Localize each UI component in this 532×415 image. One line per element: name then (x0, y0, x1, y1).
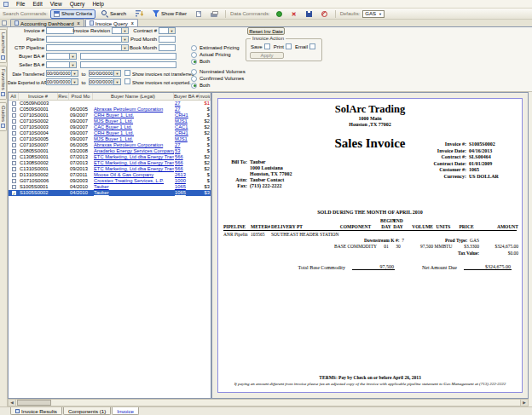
sort-button[interactable] (132, 9, 147, 19)
invoice-row[interactable]: G0710S0006 09/2003 Crosstex Treating Ser… (9, 178, 211, 184)
row-checkbox[interactable] (9, 119, 19, 124)
invoice-row[interactable]: C1310S0001 09/2013 ETC Marketing, Ltd db… (9, 166, 211, 172)
pricing-radio-option[interactable]: Both (191, 59, 240, 64)
invoice-row[interactable]: C0710S0007 06/2005 Abraxas Petroleum Cor… (9, 142, 211, 148)
invoice-row[interactable]: C0710S0001 09/2007 CRH Buyer 1, Ltd. CRH… (9, 112, 211, 118)
volumes-radio-option[interactable]: Confirmed Volumes (191, 76, 246, 81)
buyer-ba-link[interactable]: 566 (174, 154, 200, 160)
menu-item[interactable]: Query (70, 1, 85, 7)
action-checkbox-option[interactable]: Print (274, 43, 292, 49)
seller-ba-name-input[interactable] (80, 61, 176, 68)
buyer-name-link[interactable]: ETC Marketing, Ltd dba Energy Transfer (93, 160, 174, 166)
menu-item[interactable]: Help (92, 1, 103, 7)
buyer-ba-link[interactable]: 566 (174, 160, 200, 166)
app-tab[interactable]: Invoice Query x (85, 19, 138, 26)
invoice-row[interactable]: C0710S0003 09/2007 CAC Buyer 1 Ltd. CAC1… (9, 124, 211, 130)
menu-item[interactable]: Edit (32, 1, 42, 7)
row-checkbox[interactable] (9, 191, 19, 195)
buyer-ba-link[interactable]: 27 (174, 142, 200, 148)
apply-button[interactable]: Apply (250, 52, 284, 59)
row-checkbox[interactable] (9, 101, 19, 106)
invoice-row[interactable]: S1005S0002 04/2010 Tauber 1065 $3 (9, 190, 211, 196)
row-checkbox[interactable] (9, 167, 19, 171)
buyer-name-link[interactable]: Moose Oil & Gas Company (93, 172, 174, 178)
buyer-name-link[interactable]: Tauber (93, 190, 174, 196)
bottom-tab[interactable]: Invoice (112, 407, 139, 415)
bottom-tab[interactable]: Invoice Results (10, 407, 62, 415)
bottom-tab[interactable]: Components (1) (63, 407, 111, 415)
date-exported-from[interactable]: 00/00/0000▼ (46, 78, 78, 85)
export-button[interactable] (193, 9, 205, 19)
buyer-ba-link[interactable]: MJS1 (174, 136, 200, 142)
buyer-name-link[interactable]: Abraxas Petroleum Corporation (93, 142, 174, 148)
row-checkbox[interactable] (9, 107, 19, 112)
pricing-radio-option[interactable]: Actual Pricing (191, 52, 240, 57)
scroll-left-arrow[interactable]: ◀ (9, 400, 16, 406)
action-checkbox-option[interactable]: Email (295, 43, 315, 49)
row-checkbox[interactable] (9, 143, 19, 147)
header-amount[interactable]: Invoic (200, 93, 211, 100)
buyer-ba-link[interactable]: 53 (174, 148, 200, 154)
invoice-row[interactable]: C1308S0002 07/2013 ETC Marketing, Ltd db… (9, 160, 211, 166)
invoice-row[interactable]: C0710S0004 09/2007 CRH Buyer 1, Ltd. CRH… (9, 130, 211, 136)
contract-combo[interactable]: ▼ (159, 27, 176, 34)
invoice-row[interactable]: S1005S0001 04/2010 Tauber 1065 $3 (9, 184, 211, 190)
invoice-row[interactable]: D1310S0002 07/2011 Moose Oil & Gas Compa… (9, 172, 211, 178)
invoice-row[interactable]: C0509N0003 27 $1 (9, 101, 211, 107)
menu-item[interactable]: View (50, 1, 62, 7)
buyer-ba-link[interactable]: 2613 (174, 172, 200, 178)
book-month-input[interactable] (159, 44, 176, 51)
show-filter-button[interactable]: Show Filter (149, 9, 190, 20)
pipeline-combo[interactable]: ▼ (46, 36, 129, 43)
date-transferred-to[interactable]: 00/00/0000▼ (89, 70, 121, 77)
app-tab[interactable]: Accounting Dashboard x (10, 19, 84, 26)
sidebar-tab[interactable]: Favorites (0, 66, 7, 100)
cancel-button[interactable] (318, 9, 331, 19)
date-exported-to[interactable]: 00/00/0000▼ (89, 78, 121, 85)
buyer-name-link[interactable]: Tauber (93, 184, 174, 190)
buyer-ba-link[interactable]: MJS1 (174, 118, 200, 124)
invoice-row[interactable]: C1308S0001 07/2013 ETC Marketing, Ltd db… (9, 154, 211, 160)
delete-button[interactable]: ✕ (288, 9, 300, 19)
buyer-name-link[interactable]: Abraxas Petroleum Corporation (93, 107, 174, 112)
pricing-radio-option[interactable]: Estimated Pricing (191, 45, 240, 50)
row-checkbox[interactable] (9, 125, 19, 130)
row-checkbox[interactable] (9, 173, 19, 177)
row-checkbox[interactable] (9, 131, 19, 135)
seller-ba-combo[interactable]: ▼ (46, 61, 77, 68)
not-exported-checkbox[interactable] (124, 78, 130, 84)
action-checkbox-option[interactable]: Save (251, 43, 270, 49)
buyer-ba-link[interactable]: 1065 (174, 184, 200, 190)
buyer-name-link[interactable]: CAC Buyer 1 Ltd. (93, 124, 174, 130)
invoice-row[interactable]: C0805S0001 03/2008 Anadarko Energy Servi… (9, 148, 211, 154)
header-buyer-ba[interactable]: Buyer BA # (174, 93, 200, 100)
ctp-pipeline-combo[interactable]: ▼ (46, 44, 129, 51)
buyer-name-link[interactable]: Anadarko Energy Services Company (93, 148, 174, 154)
search-button[interactable]: Search (98, 9, 130, 19)
close-icon[interactable]: x (78, 20, 80, 26)
menu-item[interactable]: File (16, 1, 25, 7)
close-icon[interactable]: x (131, 20, 134, 26)
invoice-row[interactable]: C0710S0002 09/2007 MJS Buyer 1, Ltd. MJS… (9, 118, 211, 124)
buyer-ba-link[interactable]: 27 (174, 101, 200, 107)
buyer-ba-name-input[interactable] (80, 53, 176, 60)
header-buyer-name[interactable]: Buyer Name (Legal) (93, 93, 174, 100)
row-checkbox[interactable] (9, 113, 19, 118)
sidebar-tab[interactable]: Launcher (0, 29, 7, 63)
buyer-name-link[interactable]: MJS Buyer 1, Ltd. (93, 118, 174, 124)
volumes-radio-option[interactable]: Both (191, 83, 246, 88)
header-all[interactable]: All (9, 93, 19, 100)
buyer-name-link[interactable]: CRH Buyer 1, Ltd. (93, 112, 174, 118)
scroll-right-arrow[interactable]: ▶ (520, 400, 528, 406)
header-invoice-number[interactable]: Invoice # (19, 93, 58, 100)
row-checkbox[interactable] (9, 137, 19, 141)
invoice-row[interactable]: C0509S0001 06/2005 Abraxas Petroleum Cor… (9, 107, 211, 112)
tab-strip-icon[interactable] (2, 20, 7, 26)
show-criteria-button[interactable]: Show Criteria (50, 9, 95, 19)
prod-month-input[interactable] (159, 36, 176, 43)
header-revision[interactable]: Rev. (58, 93, 69, 100)
sidebar-tab[interactable]: Guides (0, 102, 7, 131)
buyer-name-link[interactable]: CRH Buyer 1, Ltd. (93, 130, 174, 136)
volumes-radio-option[interactable]: Nominated Volumes (191, 69, 246, 74)
row-checkbox[interactable] (9, 179, 19, 183)
